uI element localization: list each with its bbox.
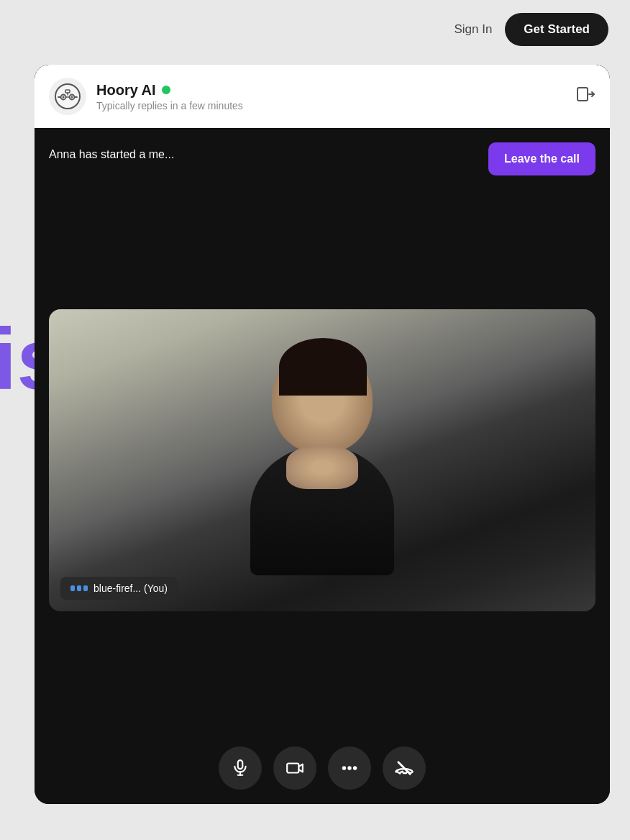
svg-point-16 (343, 767, 345, 769)
svg-rect-12 (238, 760, 243, 769)
more-options-icon (340, 759, 359, 777)
audio-bar-2 (77, 585, 81, 591)
bot-avatar-icon (54, 83, 81, 110)
microphone-button[interactable] (219, 747, 262, 790)
leave-call-button[interactable]: Leave the call (488, 142, 595, 175)
chat-widget: Hoory AI Typically replies in a few minu… (35, 65, 610, 804)
bot-name-text: Hoory AI (96, 82, 156, 99)
exit-icon[interactable] (575, 84, 595, 109)
chat-header: Hoory AI Typically replies in a few minu… (35, 65, 610, 128)
audio-bar-1 (70, 585, 75, 591)
sign-in-link[interactable]: Sign In (454, 22, 492, 37)
exit-icon-svg (575, 84, 595, 104)
bot-info: Hoory AI Typically replies in a few minu… (96, 82, 565, 111)
more-options-button[interactable] (328, 747, 371, 790)
svg-point-18 (354, 767, 356, 769)
participant-name-text: blue-firef... (You) (93, 583, 168, 594)
hands-shape (286, 446, 358, 489)
call-toolbar (35, 735, 610, 804)
svg-point-3 (63, 96, 65, 99)
video-feed (49, 309, 595, 611)
svg-point-17 (348, 767, 350, 769)
svg-point-0 (55, 84, 80, 109)
svg-rect-10 (578, 88, 588, 101)
top-nav: Sign In Get Started (454, 13, 608, 46)
person-silhouette (222, 345, 423, 590)
svg-rect-15 (287, 764, 298, 773)
call-notification-text: Anna has started a me... (49, 148, 174, 161)
svg-point-4 (71, 96, 73, 99)
camera-icon (286, 759, 304, 777)
bot-status-text: Typically replies in a few minutes (96, 100, 565, 111)
audio-bars (70, 585, 88, 591)
video-container: blue-firef... (You) (35, 186, 610, 735)
microphone-icon (231, 759, 250, 777)
get-started-button[interactable]: Get Started (505, 13, 608, 46)
video-participant-label: blue-firef... (You) (60, 577, 178, 600)
end-call-button[interactable] (383, 747, 426, 790)
video-frame: blue-firef... (You) (49, 309, 595, 611)
bot-name-row: Hoory AI (96, 82, 565, 99)
audio-bar-3 (83, 585, 88, 591)
end-call-icon (394, 758, 414, 778)
camera-button[interactable] (273, 747, 316, 790)
online-status-dot (162, 86, 170, 94)
call-notification-area: Anna has started a me... Leave the call (35, 128, 610, 186)
head-shape (272, 345, 373, 453)
bot-avatar (49, 78, 86, 115)
hair-shape (279, 338, 367, 396)
